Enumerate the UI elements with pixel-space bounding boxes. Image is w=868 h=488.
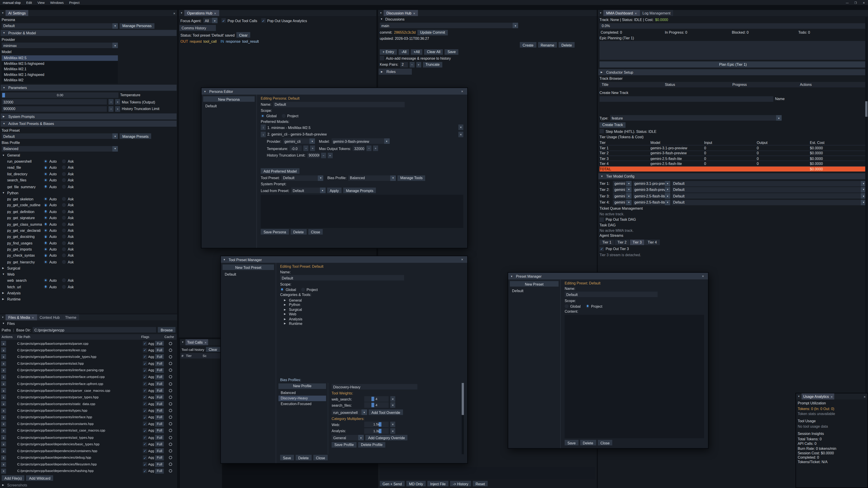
agg-checkbox[interactable]: [143, 355, 147, 359]
project-radio[interactable]: [301, 288, 305, 291]
close-icon[interactable]: ✕: [831, 395, 833, 398]
auto-radio[interactable]: [43, 285, 48, 289]
screenshots-section-header[interactable]: ▶Screenshots: [2, 483, 175, 487]
auto-radio[interactable]: [43, 159, 48, 163]
track-name-input[interactable]: [599, 96, 773, 101]
ask-radio[interactable]: [62, 185, 66, 188]
to-history-button[interactable]: -> History: [450, 481, 471, 486]
delete-discussion-button[interactable]: Delete: [559, 42, 575, 47]
tier-prompt-combo[interactable]: Default▼: [672, 199, 866, 205]
remove-file-button[interactable]: x: [1, 375, 6, 380]
full-button[interactable]: Full: [155, 368, 164, 373]
temperature-slider[interactable]: 0.00: [2, 92, 119, 98]
remove-weight-button[interactable]: ✕: [391, 396, 395, 402]
persona-list-item[interactable]: Default: [203, 103, 255, 108]
model-option[interactable]: MiniMax-M2.1-highspeed: [2, 72, 118, 77]
menu-item[interactable]: Project: [66, 1, 82, 4]
full-button[interactable]: Full: [155, 341, 164, 346]
decrement-button[interactable]: −: [366, 145, 371, 151]
slider-grab[interactable]: [2, 93, 5, 97]
category-override-combo[interactable]: General▼: [332, 435, 364, 440]
decrement-button[interactable]: −: [108, 99, 114, 105]
create-discussion-button[interactable]: Create: [520, 42, 536, 47]
reset-button[interactable]: Reset: [473, 481, 488, 486]
maximize-icon[interactable]: ❐: [851, 1, 860, 4]
delete-profile-button[interactable]: Delete Profile: [358, 442, 385, 447]
max-tokens-input[interactable]: 32000: [2, 99, 107, 105]
menu-item[interactable]: Windows: [48, 1, 66, 4]
tab-files-media[interactable]: Files & Media✕: [5, 314, 37, 320]
save-profile-button[interactable]: Save Profile: [332, 442, 356, 447]
collapse-arrow-icon[interactable]: ▼: [180, 339, 185, 345]
browse-button[interactable]: Browse: [158, 327, 176, 332]
preset-name-input[interactable]: Default: [565, 292, 657, 297]
preferred-model-item[interactable]: 1. minimax - MiniMax-M2.5: [268, 125, 457, 129]
ask-radio[interactable]: [62, 241, 66, 245]
tab-tool-calls[interactable]: Tool Calls✕: [185, 339, 208, 345]
remove-file-button[interactable]: x: [1, 348, 6, 353]
decrement-button[interactable]: −: [304, 145, 309, 151]
preset-content-textarea[interactable]: [565, 315, 704, 438]
history-limit-input[interactable]: 900000: [307, 153, 319, 158]
ask-radio[interactable]: [62, 222, 66, 226]
full-button[interactable]: Full: [155, 408, 164, 413]
model-combo[interactable]: gemini-3-flash-preview▼: [331, 138, 390, 144]
project-radio[interactable]: [586, 304, 590, 308]
close-button[interactable]: Close: [598, 440, 612, 445]
increment-button[interactable]: +: [416, 62, 421, 67]
parameters-header[interactable]: ▼Parameters: [0, 85, 177, 91]
agg-checkbox[interactable]: [143, 422, 147, 426]
agg-checkbox[interactable]: [143, 341, 147, 346]
agg-checkbox[interactable]: [143, 415, 147, 420]
model-listbox[interactable]: MiniMax-M2.5MiniMax-M2.5-highspeedMiniMa…: [2, 55, 118, 84]
temperature-input[interactable]: -0.0: [290, 145, 302, 151]
full-button[interactable]: Full: [155, 455, 164, 460]
files-section-header[interactable]: ▼Files: [2, 322, 175, 325]
md-only-button[interactable]: MD Only: [406, 481, 426, 486]
create-track-button[interactable]: Create Track: [599, 122, 626, 128]
category-general[interactable]: ▼General: [2, 153, 175, 157]
profile-name-input[interactable]: Discovery-Heavy: [332, 384, 417, 390]
full-button[interactable]: Full: [155, 428, 164, 433]
agg-checkbox[interactable]: [143, 409, 147, 413]
global-radio[interactable]: [565, 304, 568, 308]
focus-agent-combo[interactable]: All▼: [203, 18, 218, 23]
add-tool-override-button[interactable]: Add Tool Override: [369, 410, 403, 415]
manage-prompts-button[interactable]: Manage Prompts: [343, 188, 376, 193]
tool-preset-list-item[interactable]: Default: [222, 271, 274, 276]
scrollbar-thumb[interactable]: [865, 101, 868, 117]
auto-radio[interactable]: [43, 209, 48, 213]
remove-file-button[interactable]: x: [1, 408, 6, 413]
remove-file-button[interactable]: x: [1, 381, 6, 386]
clear-status-button[interactable]: Clear: [236, 32, 250, 38]
ask-radio[interactable]: [62, 228, 66, 232]
agg-checkbox[interactable]: [143, 442, 147, 447]
stream-tab[interactable]: Tier 1: [599, 239, 614, 245]
ask-radio[interactable]: [62, 172, 66, 176]
new-persona-button[interactable]: New Persona: [203, 96, 255, 102]
ask-radio[interactable]: [62, 235, 66, 238]
auto-radio[interactable]: [43, 260, 48, 264]
ask-radio[interactable]: [62, 285, 66, 289]
remove-file-button[interactable]: x: [1, 462, 6, 467]
discussions-section-header[interactable]: ▼Discussions: [380, 17, 594, 21]
provider-model-header[interactable]: ▼Provider & Model: [0, 30, 177, 36]
remove-file-button[interactable]: x: [1, 449, 6, 453]
auto-add-checkbox[interactable]: [380, 56, 384, 61]
update-commit-button[interactable]: Update Commit: [417, 30, 448, 35]
ask-radio[interactable]: [62, 248, 66, 251]
epic-planning-input[interactable]: [599, 41, 866, 60]
close-icon[interactable]: ✕: [413, 11, 415, 15]
category-analysis[interactable]: ▶Analysis: [2, 291, 175, 295]
full-button[interactable]: Full: [155, 395, 164, 400]
remove-file-button[interactable]: x: [1, 401, 6, 406]
tier-provider-combo[interactable]: gemini▼: [613, 193, 631, 199]
full-button[interactable]: Full: [155, 462, 164, 467]
agg-checkbox[interactable]: [143, 402, 147, 406]
apply-button[interactable]: Apply: [327, 188, 342, 193]
system-prompts-header[interactable]: ▶System Prompts: [0, 113, 177, 119]
remove-file-button[interactable]: x: [1, 388, 6, 393]
tier-prompt-combo[interactable]: Default▼: [672, 193, 866, 199]
tab-context-hub[interactable]: Context Hub: [37, 314, 62, 320]
new-tool-preset-button[interactable]: New Tool Preset: [222, 265, 274, 270]
